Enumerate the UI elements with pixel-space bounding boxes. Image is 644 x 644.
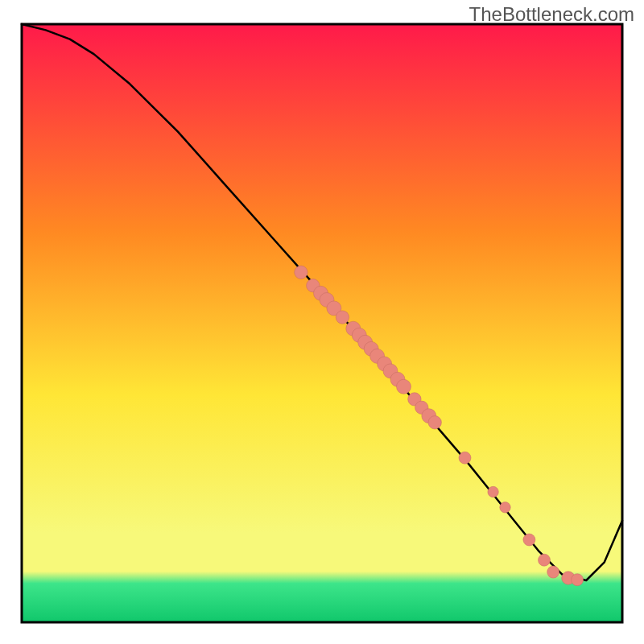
data-dot — [500, 502, 510, 513]
data-dot — [488, 486, 498, 497]
data-dot — [547, 566, 559, 578]
data-dot — [459, 452, 471, 464]
data-dot — [572, 574, 584, 586]
plot-background — [22, 24, 622, 622]
data-dot — [539, 554, 551, 566]
bottleneck-chart — [0, 0, 644, 644]
data-dot — [295, 266, 308, 279]
data-dot — [397, 379, 411, 394]
chart-container: TheBottleneck.com — [0, 0, 644, 644]
data-dot — [428, 416, 441, 429]
data-dot — [336, 311, 349, 324]
data-dot — [523, 534, 535, 546]
